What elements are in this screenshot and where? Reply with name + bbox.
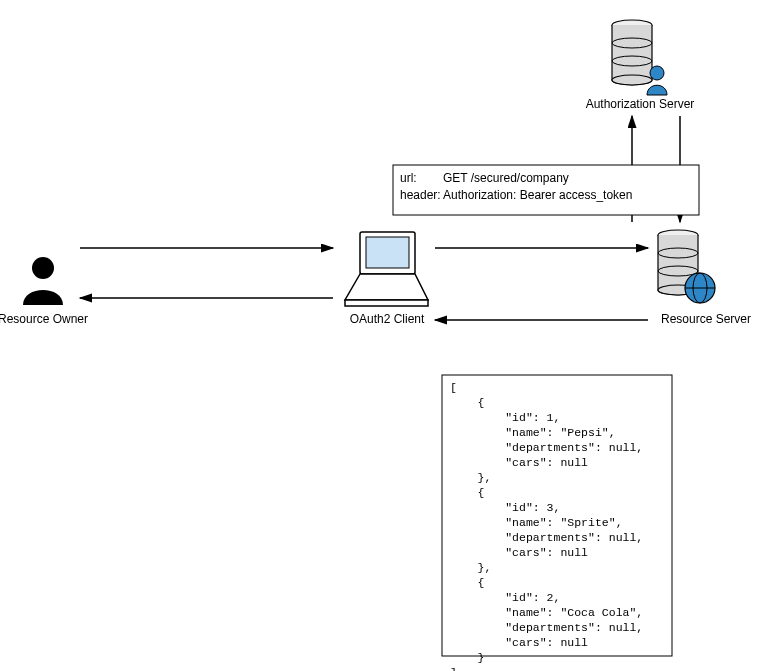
resource-owner-label: Resource Owner [0,312,88,326]
request-header-label: header: [400,188,441,202]
request-header-value: Authorization: Bearer access_token [443,188,632,202]
server-icon-resource [658,230,715,303]
request-url-value: GET /secured/company [443,171,569,185]
laptop-icon [345,232,428,306]
request-url-label: url: [400,171,417,185]
svg-point-14 [612,75,652,85]
server-icon-auth [612,20,667,95]
svg-point-0 [32,257,54,279]
response-json: [ { "id": 1, "name": "Pepsi", "departmen… [450,380,643,671]
svg-point-15 [650,66,664,80]
resource-server-label: Resource Server [661,312,751,326]
svg-rect-3 [345,300,428,306]
person-icon [23,257,63,305]
oauth2-client-label: OAuth2 Client [350,312,425,326]
authorization-server-label: Authorization Server [586,97,695,111]
svg-rect-2 [366,237,409,268]
